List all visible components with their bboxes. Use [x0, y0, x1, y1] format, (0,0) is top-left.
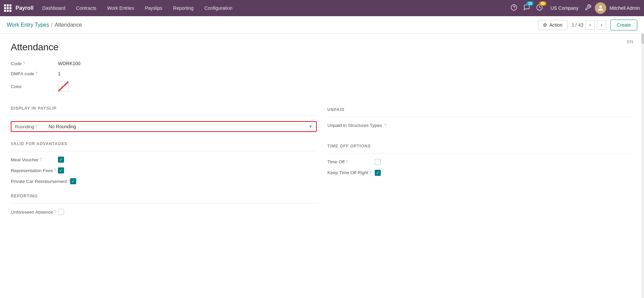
code-field-row: Code ? WORK100: [11, 61, 633, 66]
breadcrumb-bar: Work Entry Types / Attendance ⚙ Action 1…: [0, 16, 644, 34]
username-label[interactable]: Mitchell Admin: [610, 5, 640, 11]
toolbar-actions: ⚙ Action 1 / 43 ‹ › Create: [538, 20, 637, 30]
breadcrumb: Work Entry Types / Attendance: [7, 22, 82, 28]
meal-voucher-checkbox[interactable]: ✓: [58, 157, 64, 163]
rounding-field-container: Rounding ? No Rounding ▼: [11, 121, 317, 132]
time-off-options-header: TIME OFF OPTIONS: [328, 141, 634, 148]
nav-contracts[interactable]: Contracts: [71, 3, 101, 13]
form-grid: DISPLAY IN PAYSLIP Rounding ? No Roundin…: [11, 97, 633, 220]
nav-reporting[interactable]: Reporting: [168, 3, 198, 13]
nav-payslips[interactable]: Payslips: [140, 3, 167, 13]
dmfa-help-icon[interactable]: ?: [35, 71, 38, 76]
code-value: WORK100: [58, 61, 81, 66]
color-swatch[interactable]: [58, 81, 69, 92]
representation-fees-help-icon[interactable]: ?: [54, 168, 56, 173]
pager-next-button[interactable]: ›: [597, 20, 606, 30]
meal-voucher-label: Meal Voucher ?: [11, 157, 58, 162]
valid-for-advantages-header: VALID FOR ADVANTAGES: [11, 139, 317, 146]
nav-icons-group: 18 45 US Company Mitchell Admin: [509, 2, 640, 14]
private-car-label: Private Car Reimbursement ?: [11, 179, 70, 184]
display-in-payslip-header: DISPLAY IN PAYSLIP: [11, 103, 317, 111]
action-button[interactable]: ⚙ Action: [538, 20, 568, 30]
reporting-header: REPORTING: [11, 191, 317, 198]
unforeseen-absence-field-row: Unforeseen Absence ?: [11, 209, 317, 215]
gear-icon: ⚙: [543, 22, 547, 28]
code-label: Code ?: [11, 61, 58, 66]
color-label: Color: [11, 84, 58, 89]
scrollbar-track[interactable]: [641, 34, 644, 298]
rounding-help-icon[interactable]: ?: [35, 124, 38, 129]
rounding-value: No Rounding: [49, 124, 76, 129]
main-content: EN Attendance Code ? WORK100 DMFA code ?…: [0, 34, 644, 298]
svg-point-3: [599, 6, 602, 8]
top-navigation: Payroll Dashboard Contracts Work Entries…: [0, 0, 644, 16]
breadcrumb-current: Attendance: [55, 22, 82, 28]
dmfa-field-row: DMFA code ? 1: [11, 71, 633, 76]
pager-prev-button[interactable]: ‹: [585, 20, 595, 30]
rounding-label: Rounding ?: [15, 124, 49, 129]
app-name: Payroll: [16, 5, 33, 11]
private-car-help-icon[interactable]: ?: [68, 179, 70, 184]
time-off-field-row: Time Off ?: [328, 159, 634, 165]
alerts-icon[interactable]: 45: [535, 3, 544, 14]
keep-time-off-checkbox[interactable]: ✓: [375, 170, 381, 176]
keep-time-off-label: Keep Time Off Right ?: [328, 170, 375, 175]
unpaid-structures-field-row: Unpaid in Structures Types ?: [328, 123, 634, 129]
private-car-checkbox[interactable]: ✓: [70, 178, 76, 184]
form-left-column: DISPLAY IN PAYSLIP Rounding ? No Roundin…: [11, 97, 317, 220]
unpaid-structures-label: Unpaid in Structures Types ?: [328, 123, 402, 129]
meal-voucher-field-row: Meal Voucher ? ✓: [11, 157, 317, 163]
pager-text: 1 / 43: [572, 22, 583, 28]
keep-time-off-help-icon[interactable]: ?: [369, 170, 372, 175]
breadcrumb-separator: /: [51, 22, 53, 28]
dropdown-arrow-icon: ▼: [309, 124, 313, 129]
language-badge: EN: [627, 39, 633, 44]
representation-fees-field-row: Representation Fees ? ✓: [11, 167, 317, 173]
nav-dashboard[interactable]: Dashboard: [37, 3, 70, 13]
unforeseen-absence-help-icon[interactable]: ?: [54, 210, 56, 214]
unpaid-structures-help-icon[interactable]: ?: [384, 123, 387, 128]
company-selector[interactable]: US Company: [548, 5, 581, 11]
time-off-help-icon[interactable]: ?: [346, 160, 348, 164]
representation-fees-checkbox[interactable]: ✓: [58, 167, 64, 173]
representation-fees-label: Representation Fees ?: [11, 168, 58, 173]
form-right-column: UNPAID Unpaid in Structures Types ? TIME…: [328, 97, 634, 220]
unforeseen-absence-label: Unforeseen Absence ?: [11, 210, 58, 215]
action-label: Action: [549, 22, 562, 28]
record-pager: 1 / 43 ‹ ›: [572, 20, 606, 30]
code-help-icon[interactable]: ?: [23, 61, 25, 66]
messages-badge: 18: [526, 1, 533, 6]
unpaid-header: UNPAID: [328, 105, 634, 112]
user-avatar[interactable]: [595, 2, 606, 14]
time-off-label: Time Off ?: [328, 159, 375, 164]
meal-voucher-help-icon[interactable]: ?: [40, 157, 42, 162]
color-field-row: Color: [11, 81, 633, 92]
messages-icon[interactable]: 18: [522, 3, 531, 14]
record-title: Attendance: [11, 42, 633, 53]
dmfa-label: DMFA code ?: [11, 71, 58, 76]
alerts-badge: 45: [539, 1, 546, 6]
rounding-select[interactable]: No Rounding ▼: [49, 124, 313, 129]
private-car-field-row: Private Car Reimbursement ? ✓: [11, 178, 317, 184]
create-button[interactable]: Create: [610, 20, 637, 30]
nav-work-entries[interactable]: Work Entries: [102, 3, 139, 13]
scrollbar-thumb[interactable]: [641, 34, 644, 44]
nav-configuration[interactable]: Configuration: [200, 3, 237, 13]
keep-time-off-field-row: Keep Time Off Right ? ✓: [328, 170, 634, 176]
app-logo[interactable]: Payroll: [4, 4, 33, 12]
support-icon[interactable]: [509, 3, 519, 14]
grid-icon: [4, 4, 11, 12]
breadcrumb-parent[interactable]: Work Entry Types: [7, 22, 49, 28]
unpaid-structures-text: Unpaid in Structures Types ?: [328, 123, 387, 129]
dmfa-value: 1: [58, 71, 61, 76]
settings-icon[interactable]: [585, 4, 591, 12]
unforeseen-absence-checkbox[interactable]: [58, 209, 64, 215]
time-off-checkbox[interactable]: [375, 159, 381, 165]
